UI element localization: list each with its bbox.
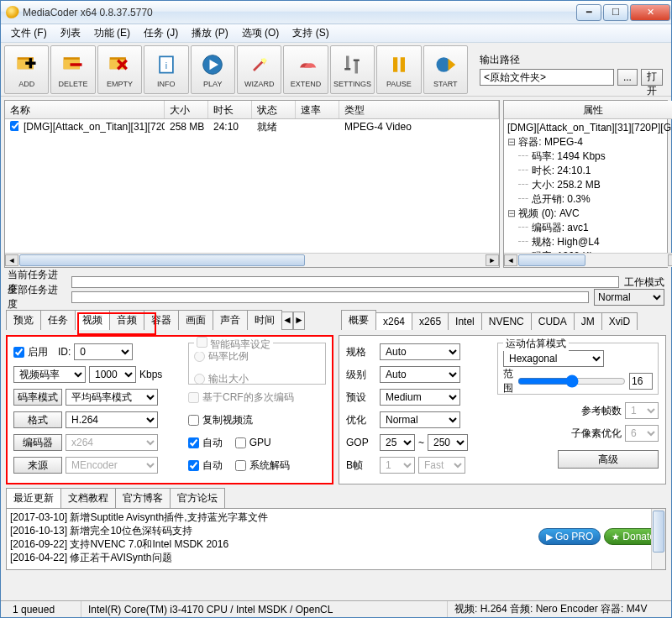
tab-official-forum[interactable]: 官方论坛 (170, 488, 225, 508)
ref-frames-select: 1 (625, 402, 659, 419)
tab-picture[interactable]: 画面 (178, 310, 213, 330)
source-button[interactable]: 来源 (13, 457, 62, 474)
menu-task[interactable]: 任务 (J) (137, 24, 185, 42)
preset-select[interactable]: Medium (380, 389, 460, 406)
gpu-checkbox[interactable] (235, 437, 246, 448)
id-select[interactable]: 0 (74, 343, 133, 360)
play-button[interactable]: PLAY (191, 45, 235, 94)
empty-button[interactable]: EMPTY (97, 45, 142, 94)
file-duration: 24:10 (208, 120, 252, 134)
motion-estimation-select[interactable]: Hexagonal (503, 350, 604, 367)
settings-button[interactable]: SETTINGS (330, 45, 375, 94)
spec-select[interactable]: Auto (380, 343, 460, 360)
tab-cuda[interactable]: CUDA (531, 312, 575, 330)
tab-x265[interactable]: x265 (412, 312, 449, 330)
smart-bitrate-checkbox (197, 337, 207, 348)
status-cpu: Intel(R) Core(TM) i3-4170 CPU / Intel MS… (81, 601, 448, 617)
tab-intel[interactable]: Intel (448, 312, 482, 330)
spec-label: 规格 (346, 345, 376, 359)
me-range-value[interactable] (629, 373, 653, 390)
gop-min-select[interactable]: 25 (380, 434, 415, 451)
copy-video-checkbox[interactable] (188, 415, 199, 426)
file-rate (296, 126, 339, 128)
menu-options[interactable]: 选项 (O) (235, 24, 286, 42)
output-browse-button[interactable]: ... (617, 69, 638, 86)
pause-button[interactable]: PAUSE (376, 45, 421, 94)
col-size[interactable]: 大小 (165, 101, 208, 118)
tab-sound[interactable]: 声音 (213, 310, 248, 330)
menu-help[interactable]: 支持 (S) (286, 24, 335, 42)
col-rate[interactable]: 速率 (296, 101, 339, 118)
file-row[interactable]: [DMG][Attack_on_Titan][31][720P... 258 M… (5, 119, 499, 134)
output-path-input[interactable] (480, 69, 614, 86)
col-duration[interactable]: 时长 (208, 101, 252, 118)
id-label: ID: (58, 346, 71, 358)
file-list-hscroll[interactable]: ◄ ► (5, 253, 499, 267)
delete-button[interactable]: DELETE (50, 45, 95, 94)
video-bitrate-value[interactable]: 1000 (89, 366, 136, 383)
close-button[interactable]: ✕ (630, 4, 670, 21)
output-size-radio (194, 374, 205, 385)
toolbar: ADD DELETE EMPTY iINFO PLAY WIZARD EXTEN… (1, 43, 671, 97)
format-select[interactable]: H.264 (66, 411, 158, 428)
menu-file[interactable]: 文件 (F) (4, 24, 54, 42)
info-button[interactable]: iINFO (144, 45, 188, 94)
tab-recent-updates[interactable]: 最近更新 (6, 488, 61, 508)
col-name[interactable]: 名称 (5, 101, 165, 118)
start-button[interactable]: START (423, 45, 468, 94)
tab-official-blog[interactable]: 官方博客 (115, 488, 171, 508)
format-button[interactable]: 格式 (13, 411, 62, 428)
tune-select[interactable]: Normal (380, 411, 460, 428)
tab-task[interactable]: 任务 (40, 310, 76, 330)
tab-preview[interactable]: 预览 (6, 310, 41, 330)
svg-rect-19 (401, 57, 405, 72)
col-status[interactable]: 状态 (252, 101, 296, 118)
col-type[interactable]: 类型 (339, 101, 499, 118)
crf-multipass-checkbox (188, 392, 199, 403)
encoder-auto-checkbox[interactable] (188, 437, 199, 448)
ratemode-select[interactable]: 平均码率模式 (66, 389, 158, 406)
property-line: ┄ 规格: High@L4 (507, 235, 672, 249)
tab-scroll-left[interactable]: ◄ (281, 312, 293, 330)
tab-video[interactable]: 视频 (75, 310, 110, 330)
tab-summary[interactable]: 概要 (341, 310, 376, 330)
tab-xvid[interactable]: XviD (601, 312, 638, 330)
log-vscroll[interactable] (651, 509, 665, 569)
menu-function[interactable]: 功能 (E) (87, 24, 137, 42)
gop-max-select[interactable]: 250 (428, 434, 468, 451)
minimize-button[interactable]: ━ (576, 4, 601, 21)
tab-scroll-right[interactable]: ► (293, 312, 305, 330)
tab-x264[interactable]: x264 (375, 312, 412, 330)
tab-container[interactable]: 容器 (144, 310, 179, 330)
maximize-button[interactable]: ☐ (603, 4, 628, 21)
menu-play[interactable]: 播放 (P) (185, 24, 234, 42)
workmode-select[interactable]: Normal (594, 289, 664, 306)
file-row-checkbox[interactable] (10, 121, 18, 131)
level-select[interactable]: Auto (380, 366, 460, 383)
sysdecode-checkbox[interactable] (235, 460, 246, 471)
tab-time[interactable]: 时间 (247, 310, 282, 330)
titlebar: MediaCoder x64 0.8.37.5770 ━ ☐ ✕ (1, 1, 671, 24)
menu-list[interactable]: 列表 (54, 24, 87, 42)
status-encoder: 视频: H.264 音频: Nero Encoder 容器: M4V (448, 601, 666, 617)
add-button[interactable]: ADD (4, 45, 49, 94)
go-pro-button[interactable]: ▶ Go PRO (538, 528, 601, 545)
subpixel-select: 6 (625, 425, 659, 442)
property-line: ⊟ 视频 (0): AVC (507, 207, 672, 221)
ratemode-button[interactable]: 码率模式 (13, 389, 62, 406)
source-auto-checkbox[interactable] (188, 460, 199, 471)
video-bitrate-mode[interactable]: 视频码率 (13, 366, 86, 383)
encoder-button[interactable]: 编码器 (13, 434, 62, 451)
wizard-button[interactable]: WIZARD (237, 45, 281, 94)
tab-doc-tutorial[interactable]: 文档教程 (60, 488, 116, 508)
me-range-slider[interactable] (517, 374, 626, 388)
gop-label: GOP (346, 437, 376, 448)
tab-nvenc[interactable]: NVENC (481, 312, 532, 330)
prop-hscroll[interactable]: ◄ ► (504, 253, 672, 267)
tab-audio[interactable]: 音频 (109, 310, 144, 330)
enable-checkbox[interactable] (13, 347, 24, 358)
advanced-button[interactable]: 高级 (558, 450, 659, 469)
extend-button[interactable]: EXTEND (283, 45, 328, 94)
output-open-button[interactable]: 打开 (641, 69, 663, 86)
tab-jm[interactable]: JM (574, 312, 602, 330)
